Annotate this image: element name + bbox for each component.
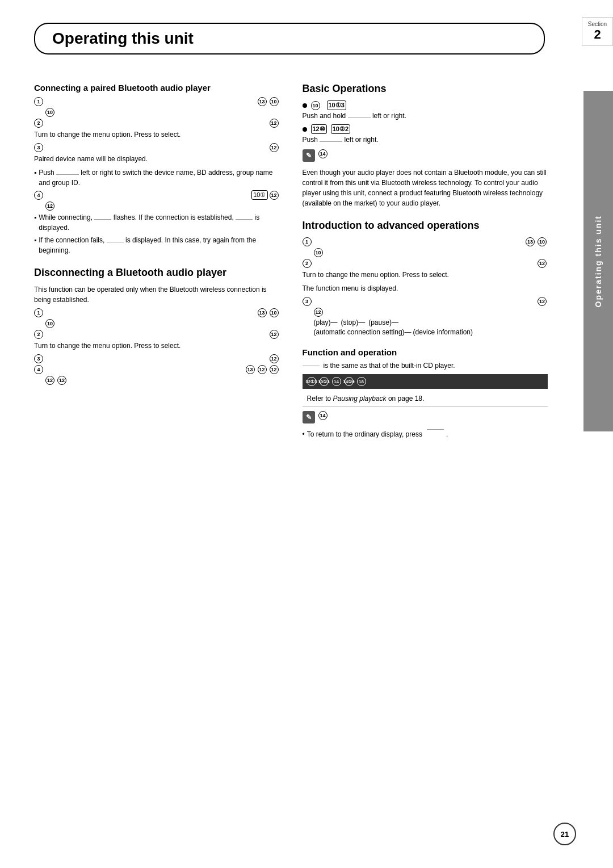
- adv-step3-items: (play)— (stop)— (pause)—: [314, 318, 548, 326]
- disc-step4-subrow: 12 12: [45, 376, 280, 385]
- step1-row: 1 13 10: [34, 97, 280, 106]
- circle-13: 13: [258, 97, 267, 106]
- highlight-box: 12①3 10①3 14 14①0 18: [303, 374, 548, 389]
- disc-step3-row: 3 12: [34, 354, 280, 363]
- disc-circle-12c: 12: [258, 365, 267, 374]
- circle-10-1: 10①: [251, 190, 267, 200]
- step4-bullet2: ▪ If the connection fails, is displayed.…: [34, 235, 280, 255]
- sidebar-vertical-text: Operating this unit: [583, 91, 613, 431]
- adv-step3-subrow: 12: [314, 308, 548, 317]
- disc-step1-row: 1 13 10: [34, 308, 280, 317]
- basic-circle-10-2: 10②2: [331, 124, 350, 134]
- basic-circle-10: 10: [311, 101, 320, 110]
- circle-10a: 10: [270, 97, 279, 106]
- step3-text: Paired device name will be displayed.: [34, 154, 280, 164]
- circle-1: 1: [34, 97, 43, 106]
- circle-10b: 10: [45, 108, 54, 117]
- circle-12c: 12: [270, 191, 279, 200]
- adv-circle-2: 2: [303, 259, 312, 268]
- disc-circle-12d: 12: [270, 365, 279, 374]
- right-column: Basic Operations 10 10①3 Push and hold l…: [303, 72, 548, 442]
- page-number: 21: [553, 823, 576, 845]
- note2-text: To return to the ordinary display, press: [307, 429, 422, 439]
- step1-subrow: 10: [45, 108, 280, 117]
- disc-circle-10b: 10: [45, 319, 54, 328]
- note2-circle-14: 14: [318, 411, 328, 420]
- step3-row: 3 12: [34, 143, 280, 152]
- section-connecting: Connecting a paired Bluetooth audio play…: [34, 83, 280, 255]
- circle-3a: 3: [34, 143, 43, 152]
- basic-note-text: Even though your audio player does not c…: [303, 167, 548, 208]
- adv-circle-10b: 10: [314, 248, 323, 257]
- left-column: Connecting a paired Bluetooth audio play…: [34, 72, 280, 442]
- two-column-layout: Connecting a paired Bluetooth audio play…: [34, 72, 548, 442]
- note-box-2: ✎ 14: [303, 411, 548, 423]
- page-container: Section 2 Operating this unit Operating …: [0, 0, 613, 868]
- disc-circle-13: 13: [258, 308, 267, 317]
- adv-circle-1: 1: [303, 237, 312, 246]
- step4-subrow: 12: [45, 202, 280, 211]
- page-title: Operating this unit: [52, 30, 527, 48]
- step2-row: 2 12: [34, 119, 280, 128]
- note-circle-14: 14: [318, 149, 328, 158]
- disc-circle-1: 1: [34, 308, 43, 317]
- step3-bullet-text: Push left or right to switch the device …: [39, 167, 279, 188]
- disconnecting-heading: Disconnecting a Bluetooth audio player: [34, 267, 280, 279]
- hi-circle-10-13: 10①3: [320, 377, 329, 386]
- section-disconnecting: Disconnecting a Bluetooth audio player T…: [34, 267, 280, 385]
- section-number: 2: [585, 27, 610, 42]
- adv-step2-row: 2 12: [303, 259, 548, 268]
- function-text: is the same as that of the built-in CD p…: [324, 362, 455, 370]
- basic-bullet1-text: Push and hold left or right.: [303, 112, 548, 120]
- step4-row: 4 10① 12: [34, 190, 280, 200]
- disc-circle-2: 2: [34, 330, 43, 339]
- function-text-row: is the same as that of the built-in CD p…: [303, 362, 548, 370]
- note2-bullet: • To return to the ordinary display, pre…: [303, 429, 548, 439]
- hi-circle-18: 18: [357, 377, 366, 386]
- hi-circle-12-13: 12①3: [307, 377, 316, 386]
- sidebar-label: Operating this unit: [594, 215, 603, 307]
- adv-step1-subrow: 10: [314, 248, 548, 257]
- refer-italic: Pausing playback: [333, 395, 387, 402]
- basic-ops-heading: Basic Operations: [303, 83, 548, 95]
- disc-circle-12b: 12: [270, 354, 279, 363]
- dot-bullet-1: [303, 103, 307, 108]
- step2-text: Turn to change the menu option. Press to…: [34, 129, 280, 140]
- disc-circle-10a: 10: [270, 308, 279, 317]
- dot-bullet-2: [303, 127, 307, 132]
- adv-circle-3: 3: [303, 297, 312, 306]
- step3-bullet: ▪ Push left or right to switch the devic…: [34, 167, 280, 188]
- connecting-heading: Connecting a paired Bluetooth audio play…: [34, 83, 280, 93]
- disc-step2-text: Turn to change the menu option. Press to…: [34, 341, 280, 351]
- adv-circle-12a: 12: [538, 259, 547, 268]
- disc-step1-subrow: 10: [45, 319, 280, 328]
- adv-step3-row: 3 12: [303, 297, 548, 306]
- disc-circle-12e: 12: [45, 376, 54, 385]
- disc-circle-12f: 12: [57, 376, 66, 385]
- advanced-ops-heading: Introduction to advanced operations: [303, 220, 548, 232]
- basic-circle-10-13: 10①3: [327, 100, 346, 110]
- section-label: Section: [585, 21, 610, 27]
- disc-step4-row: 4 13 12 12: [34, 365, 280, 374]
- adv-circle-12b: 12: [538, 297, 547, 306]
- title-bar: Operating this unit: [34, 23, 545, 54]
- disc-circle-12a: 12: [270, 330, 279, 339]
- adv-circle-10a: 10: [538, 237, 547, 246]
- basic-note-box: ✎ 14: [303, 149, 548, 162]
- disc-step2-row: 2 12: [34, 330, 280, 339]
- adv-step3-items2: (automatic connection setting)— (device …: [314, 328, 548, 336]
- step4-bullet1: ▪ While connecting, flashes. If the conn…: [34, 212, 280, 233]
- hi-circle-14: 14: [332, 377, 341, 386]
- adv-circle-12c: 12: [314, 308, 323, 317]
- adv-step2-text: Turn to change the menu option. Press to…: [303, 270, 548, 280]
- disc-circle-3: 3: [34, 354, 43, 363]
- basic-bullet2: 12⑩ 10②2: [303, 124, 548, 134]
- function-heading: Function and operation: [303, 347, 548, 357]
- circle-12b: 12: [270, 143, 279, 152]
- basic-circle-12-10: 12⑩: [311, 124, 327, 134]
- refer-box: Refer to Pausing playback on page 18.: [303, 391, 548, 406]
- circle-12a: 12: [270, 119, 279, 128]
- disc-circle-4: 4: [34, 365, 43, 374]
- basic-bullet1: 10 10①3: [303, 100, 548, 110]
- basic-bullet2-text: Push left or right.: [303, 136, 548, 144]
